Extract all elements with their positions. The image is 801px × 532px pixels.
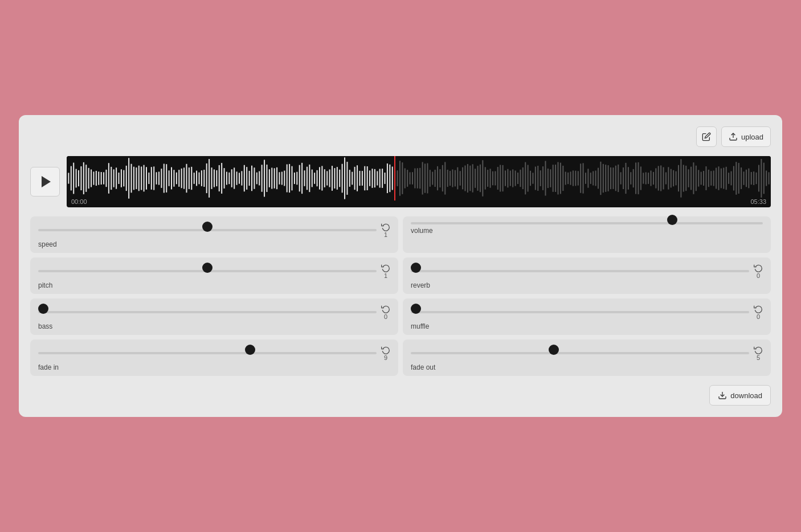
speed-slider-wrapper [38,229,377,231]
pitch-label: pitch [38,281,390,289]
bass-slider[interactable] [38,308,377,310]
reset-icon [754,345,763,354]
waveform-section: 00:00 05:33 [30,156,771,207]
fade-in-slider[interactable] [38,349,377,351]
download-button[interactable]: download [709,385,771,406]
muffle-slider-line: 0 [411,304,763,320]
fade-out-control: 5 fade out [403,339,771,376]
bottom-toolbar: download [30,385,771,406]
download-icon [718,391,727,400]
fade-out-label: fade out [411,363,763,371]
volume-control: volume [403,216,771,253]
fade-out-reset-button[interactable]: 5 [754,345,763,361]
reverb-slider-line: 0 [411,263,763,279]
speed-reset-button[interactable]: 1 [381,222,390,238]
muffle-slider-wrapper [411,311,749,313]
upload-button[interactable]: upload [721,126,771,147]
reset-icon [381,345,390,354]
reset-icon [381,222,390,231]
reset-icon [754,263,763,272]
muffle-slider[interactable] [411,308,749,310]
bass-reset-button[interactable]: 0 [381,304,390,320]
fade-in-reset-button[interactable]: 9 [381,345,390,361]
reset-icon [381,304,390,313]
playhead-line [394,156,395,200]
pitch-control: 1 pitch [30,257,398,294]
reverb-control: 0 reverb [403,257,771,294]
waveform-time-start: 00:00 [71,198,87,205]
pencil-icon [702,132,711,141]
waveform-time-end: 05:33 [750,198,766,205]
fade-out-value: 5 [757,355,760,361]
fade-in-control: 9 fade in [30,339,398,376]
muffle-control: 0 muffle [403,298,771,335]
waveform-canvas[interactable] [67,156,771,200]
muffle-label: muffle [411,322,763,330]
reverb-label: reverb [411,281,763,289]
volume-label: volume [411,227,763,235]
fade-in-slider-wrapper [38,352,377,354]
reset-icon [754,304,763,313]
play-button[interactable] [30,167,60,197]
fade-in-slider-line: 9 [38,345,390,361]
fade-out-slider[interactable] [411,349,749,351]
edit-button[interactable] [696,126,717,147]
muffle-reset-button[interactable]: 0 [754,304,763,320]
pitch-value: 1 [384,273,387,279]
bass-label: bass [38,322,390,330]
fade-in-value: 9 [384,355,387,361]
fade-in-label: fade in [38,363,390,371]
bass-control: 0 bass [30,298,398,335]
upload-label: upload [741,133,763,141]
muffle-value: 0 [757,314,760,320]
bass-slider-wrapper [38,311,377,313]
speed-label: speed [38,240,390,248]
top-toolbar: upload [30,126,771,147]
pitch-reset-button[interactable]: 1 [381,263,390,279]
waveform-container[interactable]: 00:00 05:33 [67,156,771,207]
pitch-slider-line: 1 [38,263,390,279]
reverb-reset-button[interactable]: 0 [754,263,763,279]
reverb-value: 0 [757,273,760,279]
reset-icon [381,263,390,272]
speed-slider-line: 1 [38,222,390,238]
reverb-slider[interactable] [411,267,749,269]
speed-slider[interactable] [38,226,377,228]
upload-icon [729,132,738,141]
pitch-slider[interactable] [38,267,377,269]
fade-out-slider-line: 5 [411,345,763,361]
speed-value: 1 [384,232,387,238]
pitch-slider-wrapper [38,270,377,272]
volume-slider-wrapper [411,222,763,224]
volume-slider[interactable] [411,219,763,221]
fade-out-slider-wrapper [411,352,749,354]
speed-control: 1 speed [30,216,398,253]
play-icon [42,176,51,187]
main-panel: upload 00:00 05:33 1 [19,115,782,417]
download-label: download [730,391,762,400]
volume-slider-line [411,222,763,224]
reverb-slider-wrapper [411,270,749,272]
controls-grid: 1 speed volume [30,216,771,376]
bass-value: 0 [384,314,387,320]
bass-slider-line: 0 [38,304,390,320]
